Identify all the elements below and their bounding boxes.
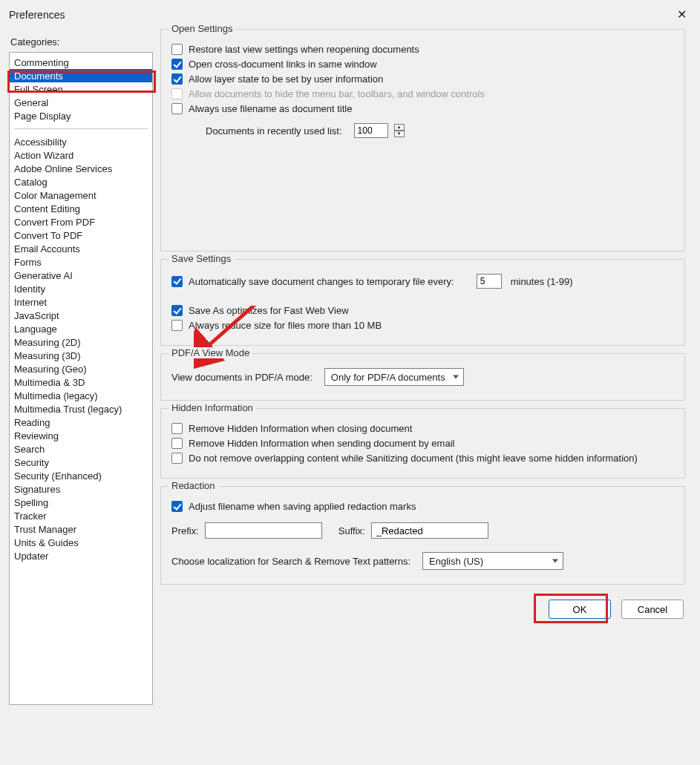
titlebar: Preferences ✕ (0, 0, 700, 29)
recent-list-spinner[interactable]: ▲ ▼ (394, 124, 405, 137)
restore-last-view-label: Restore last view settings when reopenin… (189, 44, 419, 55)
hide-menu-checkbox (171, 88, 183, 99)
open-settings-group: Open Settings Restore last view settings… (160, 29, 685, 252)
pdfa-view-mode-group: PDF/A View Mode View documents in PDF/A … (160, 353, 685, 401)
layer-state-checkbox[interactable] (171, 73, 183, 85)
category-item-full-screen[interactable]: Full Screen (10, 82, 152, 96)
footer: OK Cancel (160, 592, 691, 629)
category-item-convert-from-pdf[interactable]: Convert From PDF (10, 215, 152, 229)
no-remove-overlap-label: Do not remove overlapping content while … (189, 453, 638, 464)
cross-doc-links-label: Open cross-document links in same window (189, 59, 377, 70)
category-item-security-enhanced-[interactable]: Security (Enhanced) (10, 469, 152, 482)
category-item-convert-to-pdf[interactable]: Convert To PDF (10, 229, 152, 242)
category-item-page-display[interactable]: Page Display (10, 109, 152, 122)
reduce-size-checkbox[interactable] (171, 320, 183, 331)
auto-save-label: Automatically save document changes to t… (189, 276, 454, 287)
cancel-button[interactable]: Cancel (621, 600, 684, 619)
redaction-group: Redaction Adjust filename when saving ap… (160, 486, 685, 585)
layer-state-label: Allow layer state to be set by user info… (189, 73, 383, 85)
sidebar: Categories: CommentingDocumentsFull Scre… (9, 29, 153, 758)
category-item-multimedia-trust-legacy-[interactable]: Multimedia Trust (legacy) (10, 402, 152, 416)
remove-hidden-email-checkbox[interactable] (171, 438, 183, 449)
save-settings-group: Save Settings Automatically save documen… (160, 259, 685, 346)
category-item-action-wizard[interactable]: Action Wizard (10, 148, 152, 162)
prefix-input[interactable] (205, 522, 322, 539)
category-separator (14, 128, 148, 129)
localization-select[interactable]: English (US) (422, 552, 563, 570)
auto-save-interval-input[interactable] (477, 274, 502, 289)
recent-list-label: Documents in recently used list: (206, 125, 342, 137)
pdfa-legend: PDF/A View Mode (169, 347, 252, 358)
recent-list-input[interactable] (354, 123, 388, 138)
category-item-forms[interactable]: Forms (10, 255, 152, 269)
category-item-security[interactable]: Security (10, 456, 152, 469)
localization-value: English (US) (429, 556, 483, 567)
category-item-tracker[interactable]: Tracker (10, 509, 152, 522)
category-item-adobe-online-services[interactable]: Adobe Online Services (10, 162, 152, 175)
category-item-units-guides[interactable]: Units & Guides (10, 536, 152, 549)
category-item-commenting[interactable]: Commenting (10, 56, 152, 69)
category-item-updater[interactable]: Updater (10, 549, 152, 562)
fast-web-view-checkbox[interactable] (171, 305, 183, 316)
category-item-search[interactable]: Search (10, 442, 152, 456)
pdfa-mode-value: Only for PDF/A documents (331, 372, 445, 383)
category-item-spelling[interactable]: Spelling (10, 496, 152, 509)
remove-hidden-email-label: Remove Hidden Information when sending d… (189, 438, 454, 449)
window-title: Preferences (9, 9, 65, 21)
category-item-measuring-2d-[interactable]: Measuring (2D) (10, 335, 152, 349)
category-item-trust-manager[interactable]: Trust Manager (10, 522, 152, 536)
category-item-reviewing[interactable]: Reviewing (10, 429, 152, 442)
spinner-down-icon[interactable]: ▼ (394, 131, 405, 137)
redaction-legend: Redaction (169, 480, 218, 491)
hidden-legend: Hidden Information (169, 402, 256, 413)
auto-save-suffix: minutes (1-99) (511, 276, 573, 287)
remove-hidden-close-label: Remove Hidden Information when closing d… (189, 423, 412, 434)
suffix-input[interactable] (371, 522, 488, 539)
category-item-general[interactable]: General (10, 96, 152, 109)
categories-label: Categories: (10, 36, 153, 47)
category-item-javascript[interactable]: JavaScript (10, 309, 152, 322)
category-item-email-accounts[interactable]: Email Accounts (10, 242, 152, 255)
category-item-measuring-3d-[interactable]: Measuring (3D) (10, 349, 152, 362)
pdfa-label: View documents in PDF/A mode: (171, 372, 313, 383)
category-item-multimedia-3d[interactable]: Multimedia & 3D (10, 375, 152, 389)
fast-web-view-label: Save As optimizes for Fast Web View (189, 305, 349, 316)
category-item-multimedia-legacy-[interactable]: Multimedia (legacy) (10, 389, 152, 402)
ok-button[interactable]: OK (549, 600, 611, 619)
category-item-catalog[interactable]: Catalog (10, 175, 152, 188)
close-icon[interactable]: ✕ (673, 6, 691, 23)
category-item-measuring-geo-[interactable]: Measuring (Geo) (10, 362, 152, 375)
adjust-filename-label: Adjust filename when saving applied reda… (189, 501, 416, 512)
category-item-signatures[interactable]: Signatures (10, 482, 152, 496)
filename-title-checkbox[interactable] (171, 103, 183, 114)
no-remove-overlap-checkbox[interactable] (171, 453, 183, 464)
hidden-info-group: Hidden Information Remove Hidden Informa… (160, 408, 685, 479)
adjust-filename-checkbox[interactable] (171, 501, 183, 512)
cross-doc-links-checkbox[interactable] (171, 59, 183, 70)
hide-menu-label: Allow documents to hide the menu bar, to… (189, 88, 485, 99)
spinner-up-icon[interactable]: ▲ (394, 124, 405, 131)
category-item-reading[interactable]: Reading (10, 416, 152, 429)
category-item-color-management[interactable]: Color Management (10, 188, 152, 202)
pdfa-mode-select[interactable]: Only for PDF/A documents (324, 368, 464, 386)
category-item-internet[interactable]: Internet (10, 295, 152, 309)
category-item-identity[interactable]: Identity (10, 282, 152, 295)
localization-label: Choose localization for Search & Remove … (171, 556, 410, 567)
category-list[interactable]: CommentingDocumentsFull ScreenGeneralPag… (9, 52, 153, 705)
prefix-label: Prefix: (171, 525, 199, 536)
restore-last-view-checkbox[interactable] (171, 44, 183, 55)
preferences-window: Preferences ✕ Categories: CommentingDocu… (0, 0, 700, 765)
category-item-language[interactable]: Language (10, 322, 152, 335)
suffix-label: Suffix: (338, 525, 365, 536)
save-settings-legend: Save Settings (169, 253, 234, 264)
remove-hidden-close-checkbox[interactable] (171, 423, 183, 434)
open-settings-legend: Open Settings (169, 23, 235, 34)
category-item-content-editing[interactable]: Content Editing (10, 202, 152, 215)
category-item-generative-ai[interactable]: Generative AI (10, 269, 152, 282)
reduce-size-label: Always reduce size for files more than 1… (189, 320, 382, 331)
filename-title-label: Always use filename as document title (189, 103, 352, 114)
auto-save-checkbox[interactable] (171, 276, 183, 287)
category-item-documents[interactable]: Documents (10, 69, 152, 82)
category-item-accessibility[interactable]: Accessibility (10, 135, 152, 148)
settings-panel: Open Settings Restore last view settings… (160, 29, 691, 758)
